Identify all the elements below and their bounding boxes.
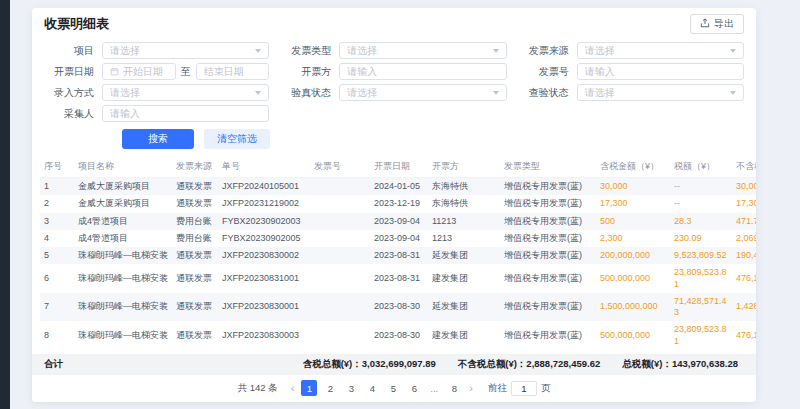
cell-order-number: FYBX20230902003: [218, 213, 310, 230]
issuer-input[interactable]: [347, 66, 498, 77]
cell-amount-without-tax: 17,300: [732, 195, 756, 212]
prev-page-icon[interactable]: ‹: [289, 383, 297, 394]
issuer-input-wrap: [339, 63, 506, 80]
summary-total-without-tax: 不含税总额(¥)：2,888,728,459.62: [458, 358, 601, 371]
cell-amount-with-tax: 200,000,000: [596, 247, 670, 264]
issuer-label: 开票方: [281, 65, 339, 79]
next-page-icon[interactable]: ›: [467, 383, 475, 394]
table-row[interactable]: 6 珠穆朗玛峰—电梯安装 通联发票 JXFP20230831001 2023-0…: [40, 264, 756, 293]
col-order-number: 单号: [218, 156, 310, 178]
cell-issuer: 11213: [428, 213, 500, 230]
cell-invoice-date: 2024-01-05: [370, 178, 428, 196]
cell-tax: --: [670, 178, 732, 196]
filter-field-check-status: 查验状态 请选择: [519, 84, 744, 101]
cell-order-number: JXFP20230830003: [218, 321, 310, 350]
cell-index: 6: [40, 264, 74, 293]
table-row[interactable]: 1 金威大厦采购项目 通联发票 JXFP20240105001 2024-01-…: [40, 178, 756, 196]
cell-amount-without-tax: 190,476,190.48: [732, 247, 756, 264]
goto-page-input[interactable]: [511, 381, 537, 396]
cell-invoice-type: 增值税专用发票(蓝): [500, 293, 596, 322]
table-row[interactable]: 3 成4管道项目 费用台账 FYBX20230902003 2023-09-04…: [40, 213, 756, 230]
chevron-down-icon: [493, 49, 499, 53]
collapsed-sidebar: [0, 0, 10, 409]
export-button[interactable]: 导出: [690, 14, 744, 34]
filter-field-project: 项目 请选择: [44, 42, 269, 59]
cell-invoice-source: 费用台账: [172, 213, 218, 230]
filter-field-collector: 采集人: [44, 105, 269, 122]
cell-index: 8: [40, 321, 74, 350]
project-select[interactable]: 请选择: [102, 42, 269, 59]
cell-invoice-source: 通联发票: [172, 247, 218, 264]
page-number[interactable]: 3: [343, 380, 359, 396]
col-index: 序号: [40, 156, 74, 178]
table-row[interactable]: 2 金威大厦采购项目 通联发票 JXFP20231219002 2023-12-…: [40, 195, 756, 212]
cell-order-number: JXFP20230830001: [218, 293, 310, 322]
invoice-type-select[interactable]: 请选择: [339, 42, 506, 59]
cell-issuer: 延发集团: [428, 293, 500, 322]
cell-index: 2: [40, 195, 74, 212]
invoice-type-label: 发票类型: [281, 44, 339, 58]
page-number[interactable]: 6: [406, 380, 422, 396]
page-number[interactable]: 8: [446, 380, 462, 396]
collector-input[interactable]: [110, 108, 261, 119]
cell-index: 7: [40, 293, 74, 322]
cell-invoice-date: 2023-09-04: [370, 213, 428, 230]
cell-invoice-number: [310, 213, 370, 230]
table-row[interactable]: 4 成4管道项目 费用台账 FYBX20230902005 2023-09-04…: [40, 230, 756, 247]
calendar-icon: [110, 67, 119, 76]
page-number[interactable]: 1: [301, 380, 317, 396]
verification-status-select[interactable]: 请选择: [339, 84, 506, 101]
cell-tax: 9,523,809.52: [670, 247, 732, 264]
end-date-input[interactable]: 结束日期: [196, 63, 270, 80]
cell-invoice-number: [310, 293, 370, 322]
invoice-number-label: 发票号: [519, 65, 577, 79]
chevron-down-icon: [730, 49, 736, 53]
cell-invoice-type: 增值税专用发票(蓝): [500, 178, 596, 196]
col-issuer: 开票方: [428, 156, 500, 178]
cell-invoice-date: 2023-08-30: [370, 293, 428, 322]
cell-amount-without-tax: 1,428,571,428.57: [732, 293, 756, 322]
check-status-select[interactable]: 请选择: [577, 84, 744, 101]
page-number[interactable]: 2: [322, 380, 338, 396]
cell-invoice-source: 通联发票: [172, 293, 218, 322]
page-number[interactable]: 4: [364, 380, 380, 396]
cell-amount-without-tax: 30,000: [732, 178, 756, 196]
invoice-source-select[interactable]: 请选择: [577, 42, 744, 59]
table-row[interactable]: 7 珠穆朗玛峰—电梯安装 通联发票 JXFP20230830001 2023-0…: [40, 293, 756, 322]
cell-index: 5: [40, 247, 74, 264]
cell-invoice-source: 费用台账: [172, 230, 218, 247]
search-button[interactable]: 搜索: [122, 129, 194, 149]
cell-issuer: 1213: [428, 230, 500, 247]
page-number[interactable]: 5: [385, 380, 401, 396]
cell-amount-with-tax: 17,300: [596, 195, 670, 212]
cell-project-name: 珠穆朗玛峰—电梯安装: [74, 247, 172, 264]
cell-issuer: 建发集团: [428, 264, 500, 293]
cell-amount-without-tax: 2,069.91: [732, 230, 756, 247]
collector-input-wrap: [102, 105, 269, 122]
cell-amount-with-tax: 500,000,000: [596, 264, 670, 293]
entry-method-label: 录入方式: [44, 86, 102, 100]
table-row[interactable]: 8 珠穆朗玛峰—电梯安装 通联发票 JXFP20230830003 2023-0…: [40, 321, 756, 350]
cell-amount-with-tax: 500,000,000: [596, 321, 670, 350]
verification-status-label: 验真状态: [281, 86, 339, 100]
col-tax: 税额（¥）: [670, 156, 732, 178]
invoice-number-input[interactable]: [585, 66, 736, 77]
cell-invoice-type: 增值税专用发票(蓝): [500, 195, 596, 212]
invoice-date-range: 开始日期 至 结束日期: [102, 63, 269, 80]
table-row[interactable]: 5 珠穆朗玛峰—电梯安装 通联发票 JXFP20230830002 2023-0…: [40, 247, 756, 264]
chevron-down-icon: [493, 91, 499, 95]
start-date-input[interactable]: 开始日期: [102, 63, 176, 80]
entry-method-select[interactable]: 请选择: [102, 84, 269, 101]
cell-order-number: JXFP20231219002: [218, 195, 310, 212]
check-status-label: 查验状态: [519, 86, 577, 100]
date-range-separator: 至: [181, 65, 191, 79]
cell-invoice-date: 2023-08-30: [370, 321, 428, 350]
cell-amount-with-tax: 500: [596, 213, 670, 230]
clear-filters-button[interactable]: 清空筛选: [204, 129, 270, 149]
cell-issuer: 东海特供: [428, 178, 500, 196]
cell-invoice-number: [310, 230, 370, 247]
invoice-detail-panel: 收票明细表 导出 项目 请选择 发票类型 请选择: [32, 8, 756, 402]
col-amount-without-tax: 不含税金额（¥）: [732, 156, 756, 178]
cell-index: 1: [40, 178, 74, 196]
cell-invoice-source: 通联发票: [172, 178, 218, 196]
